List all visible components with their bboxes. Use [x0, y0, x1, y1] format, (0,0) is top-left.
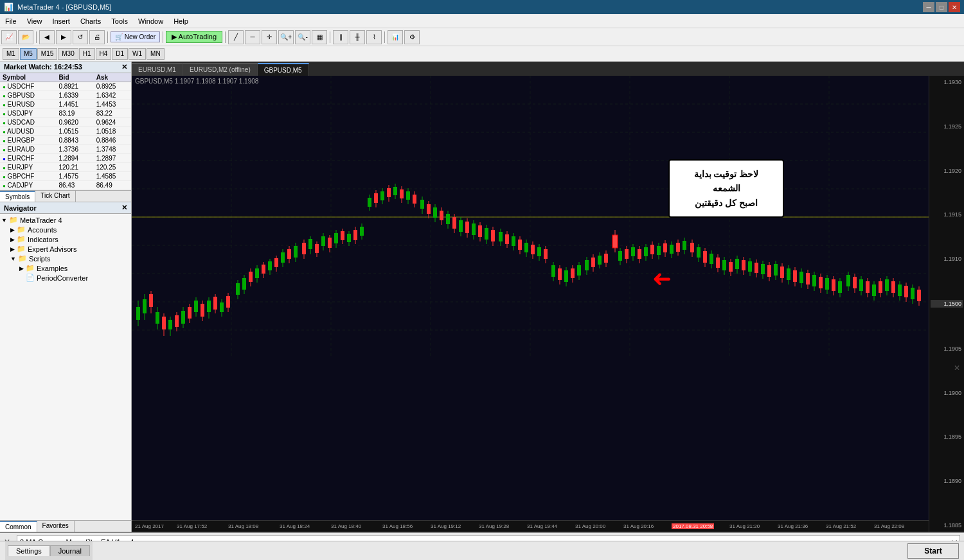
menu-help[interactable]: Help — [168, 14, 193, 28]
zoom-in-button[interactable]: 🔍+ — [278, 30, 294, 44]
chart-tab-gbpusd-m5[interactable]: GBPUSD,M5 — [258, 63, 309, 76]
tab-common[interactable]: Common — [0, 521, 37, 532]
options-button[interactable]: ⚙ — [404, 30, 420, 44]
navigator-close[interactable]: ✕ — [121, 204, 127, 212]
nav-metatrader4[interactable]: ▼ 📁 MetaTrader 4 — [1, 215, 130, 225]
nav-indicators[interactable]: ▶ 📁 Indicators — [1, 234, 130, 244]
market-watch-row[interactable]: ● GBPCHF 1.4575 1.4585 — [0, 172, 131, 181]
market-watch-row[interactable]: ● USDJPY 83.19 83.22 — [0, 109, 131, 118]
market-watch-row[interactable]: ● AUDUSD 1.0515 1.0518 — [0, 127, 131, 136]
tf-m30[interactable]: M30 — [58, 48, 78, 60]
maximize-button[interactable]: □ — [936, 2, 947, 12]
svg-rect-210 — [767, 265, 771, 277]
tf-mn[interactable]: MN — [147, 48, 165, 60]
menu-insert[interactable]: Insert — [47, 14, 75, 28]
mw-ask: 86.49 — [94, 181, 131, 190]
market-watch-row[interactable]: ● EURUSD 1.4451 1.4453 — [0, 100, 131, 109]
mw-symbol: ● USDJPY — [0, 109, 56, 118]
price-current: 1.1500 — [931, 300, 963, 308]
svg-rect-148 — [564, 270, 568, 282]
svg-rect-56 — [262, 265, 265, 274]
settings-tab[interactable]: Settings — [8, 545, 50, 556]
market-watch-row[interactable]: ● EURJPY 120.21 120.25 — [0, 163, 131, 172]
open-button[interactable]: 📂 — [18, 30, 33, 44]
svg-rect-54 — [255, 268, 259, 278]
new-chart-button[interactable]: 📈 — [1, 30, 17, 44]
tf-d1[interactable]: D1 — [112, 48, 128, 60]
print-button[interactable]: 🖨 — [89, 30, 105, 44]
tf-m1[interactable]: M1 — [3, 48, 19, 60]
price-1920: 1.1920 — [931, 168, 963, 174]
minimize-button[interactable]: ─ — [923, 2, 934, 12]
market-watch-row[interactable]: ● EURCHF 1.2894 1.2897 — [0, 154, 131, 163]
chart-button[interactable]: ▦ — [312, 30, 327, 44]
tf-w1[interactable]: W1 — [129, 48, 146, 60]
svg-rect-130 — [505, 234, 509, 244]
market-watch-row[interactable]: ● CADJPY 86.43 86.49 — [0, 181, 131, 190]
nav-period-converter[interactable]: ▶ 📄 PeriodConverter — [1, 273, 130, 283]
menu-charts[interactable]: Charts — [75, 14, 106, 28]
tf-h1[interactable]: H1 — [79, 48, 95, 60]
svg-rect-50 — [242, 278, 246, 290]
svg-rect-38 — [201, 304, 204, 317]
new-order-button[interactable]: 🛒 New Order — [111, 31, 160, 42]
chart-container[interactable]: GBPUSD,M5 1.1907 1.1908 1.1907 1.1908 — [132, 76, 964, 532]
mw-dot: ● — [3, 93, 6, 99]
menu-window[interactable]: Window — [133, 14, 168, 28]
nav-expert-advisors[interactable]: ▶ 📁 Expert Advisors — [1, 244, 130, 254]
candle-button[interactable]: ╫ — [350, 30, 365, 44]
nav-examples[interactable]: ▶ 📁 Examples — [1, 263, 130, 273]
refresh-button[interactable]: ↺ — [73, 30, 88, 44]
market-watch-row[interactable]: ● USDCHF 0.8921 0.8925 — [0, 82, 131, 91]
market-watch-row[interactable]: ● USDCAD 0.9620 0.9624 — [0, 118, 131, 127]
svg-rect-86 — [360, 227, 364, 236]
market-watch-row[interactable]: ● GBPUSD 1.6339 1.6342 — [0, 91, 131, 100]
nav-scripts[interactable]: ▼ 📁 Scripts — [1, 254, 130, 263]
svg-rect-240 — [866, 281, 870, 293]
svg-rect-182 — [676, 243, 680, 252]
line-chart-button[interactable]: ⌇ — [366, 30, 382, 44]
close-button[interactable]: ✕ — [949, 2, 960, 12]
price-1895: 1.1895 — [931, 433, 963, 440]
indicators-button[interactable]: 📊 — [388, 30, 403, 44]
market-watch-row[interactable]: ● EURGBP 0.8843 0.8846 — [0, 136, 131, 145]
menu-file[interactable]: File — [0, 14, 22, 28]
svg-rect-174 — [650, 245, 654, 254]
tf-m15[interactable]: M15 — [37, 48, 57, 60]
svg-rect-76 — [328, 238, 332, 248]
tester-close[interactable]: ✕ — [954, 363, 960, 372]
mw-ask: 1.4453 — [94, 100, 131, 109]
menu-tools[interactable]: Tools — [106, 14, 133, 28]
market-watch-row[interactable]: ● EURAUD 1.3736 1.3748 — [0, 145, 131, 154]
chart-tab-eurusd-m1[interactable]: EURUSD,M1 — [132, 63, 183, 76]
autotrading-button[interactable]: ▶ AutoTrading — [166, 31, 222, 43]
svg-rect-22 — [149, 294, 153, 307]
crosshair-button[interactable]: ✛ — [262, 30, 277, 44]
price-axis: 1.1930 1.1925 1.1920 1.1915 1.1910 1.150… — [929, 76, 964, 532]
tab-tick-chart[interactable]: Tick Chart — [35, 191, 75, 202]
svg-rect-82 — [347, 234, 351, 242]
bar-chart-button[interactable]: ∥ — [333, 30, 348, 44]
time-10: 31 Aug 20:00 — [575, 523, 605, 529]
nav-accounts[interactable]: ▶ 📁 Accounts — [1, 225, 130, 234]
svg-rect-138 — [531, 245, 535, 254]
start-button[interactable]: Start — [907, 543, 959, 559]
tf-h4[interactable]: H4 — [96, 48, 112, 60]
zoom-out-button[interactable]: 🔍- — [295, 30, 310, 44]
mw-dot: ● — [3, 174, 6, 180]
tab-favorites[interactable]: Favorites — [37, 521, 75, 532]
menu-view[interactable]: View — [22, 14, 48, 28]
tab-symbols[interactable]: Symbols — [0, 191, 35, 202]
tf-m5[interactable]: M5 — [20, 48, 37, 60]
price-1905: 1.1905 — [931, 346, 963, 352]
chart-tab-eurusd-m2[interactable]: EURUSD,M2 (offline) — [183, 63, 258, 76]
mw-bid: 83.19 — [56, 109, 93, 118]
line-button[interactable]: ╱ — [228, 30, 244, 44]
svg-rect-120 — [472, 223, 476, 235]
market-watch-close[interactable]: ✕ — [121, 63, 127, 71]
mw-symbol: ● EURJPY — [0, 163, 56, 172]
hline-button[interactable]: ─ — [245, 30, 260, 44]
forward-button[interactable]: ▶ — [56, 30, 71, 44]
journal-tab[interactable]: Journal — [50, 545, 90, 556]
back-button[interactable]: ◀ — [39, 30, 55, 44]
